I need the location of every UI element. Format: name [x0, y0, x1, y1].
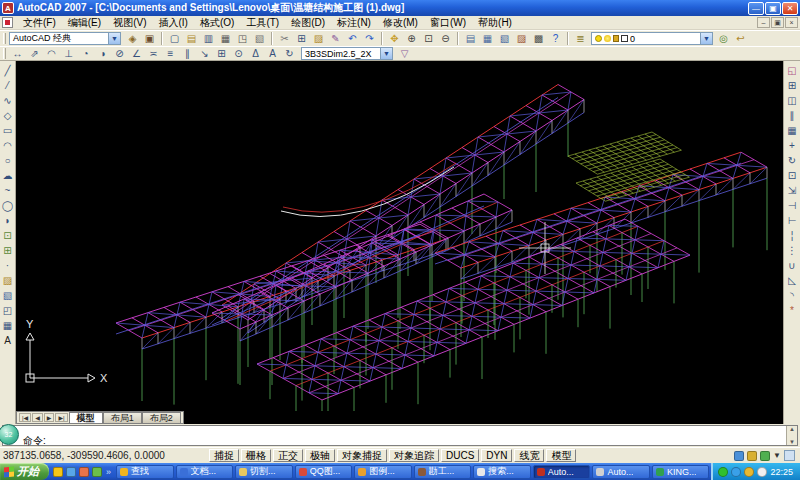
tab-layout2[interactable]: 布局2	[142, 412, 181, 423]
multiline-text-icon[interactable]: A	[0, 333, 15, 348]
cut-icon[interactable]: ✂	[276, 32, 293, 46]
task-autocad2[interactable]: Auto...	[592, 465, 650, 479]
restore-button[interactable]: ▣	[765, 2, 781, 15]
quick-leader-icon[interactable]: ↘	[196, 47, 213, 61]
layer-properties-icon[interactable]: ≣	[572, 32, 589, 46]
command-prompt[interactable]: 命令:	[3, 426, 786, 445]
menu-insert[interactable]: 插入(I)	[152, 16, 193, 30]
help-icon[interactable]: ?	[547, 32, 564, 46]
insert-block-icon[interactable]: ⊡	[0, 228, 15, 243]
make-block-icon[interactable]: ⊞	[0, 243, 15, 258]
copy-clip-icon[interactable]: ⊞	[293, 32, 310, 46]
tab-next-button[interactable]: ▶	[44, 413, 55, 422]
tab-first-button[interactable]: |◀	[19, 413, 31, 422]
status-snap-button[interactable]: 捕捉	[209, 449, 239, 462]
status-lineweight-button[interactable]: 线宽	[514, 449, 544, 462]
array-icon[interactable]: ▦	[785, 123, 800, 138]
workspace-combo[interactable]: AutoCAD 经典 ▼	[9, 32, 121, 45]
clean-screen-button[interactable]	[784, 450, 795, 461]
markup-set-manager-icon[interactable]: ▨	[513, 32, 530, 46]
publish-icon[interactable]: ▧	[251, 32, 268, 46]
menu-format[interactable]: 格式(O)	[194, 16, 240, 30]
toolbar-grip[interactable]	[3, 48, 6, 59]
table-icon[interactable]: ▦	[0, 318, 15, 333]
mdi-minimize-button[interactable]: –	[757, 17, 770, 28]
plot-icon[interactable]: ▦	[217, 32, 234, 46]
gradient-icon[interactable]: ▧	[0, 288, 15, 303]
task-folder-qiege[interactable]: 切割...	[235, 465, 293, 479]
line-icon[interactable]: ╱	[0, 63, 15, 78]
quick-launch-media-icon[interactable]	[92, 467, 102, 477]
baseline-dimension-icon[interactable]: ≡	[162, 47, 179, 61]
menu-modify[interactable]: 修改(M)	[377, 16, 424, 30]
rectangle-icon[interactable]: ▭	[0, 123, 15, 138]
hatch-icon[interactable]: ▨	[0, 273, 15, 288]
tab-model[interactable]: 模型	[69, 412, 103, 423]
save-icon[interactable]: ▥	[200, 32, 217, 46]
offset-icon[interactable]: ∥	[785, 108, 800, 123]
rotate-icon[interactable]: ↻	[785, 153, 800, 168]
status-tray-caret-icon[interactable]: ▼	[773, 451, 781, 460]
polyline-icon[interactable]: ∿	[0, 93, 15, 108]
task-sousuo[interactable]: 搜索...	[473, 465, 531, 479]
redo-icon[interactable]: ↷	[361, 32, 378, 46]
menu-window[interactable]: 窗口(W)	[424, 16, 472, 30]
tab-prev-button[interactable]: ◀	[32, 413, 43, 422]
tray-input-icon[interactable]	[757, 467, 767, 477]
status-model-button[interactable]: 模型	[546, 449, 576, 462]
task-qq-find[interactable]: 查找	[116, 465, 174, 479]
revision-cloud-icon[interactable]: ☁	[0, 168, 15, 183]
linear-dimension-icon[interactable]: ↔	[9, 47, 26, 61]
menu-file[interactable]: 文件(F)	[17, 16, 62, 30]
erase-icon[interactable]: ◱	[785, 63, 800, 78]
dimension-edit-icon[interactable]: Δ	[247, 47, 264, 61]
menu-edit[interactable]: 编辑(E)	[62, 16, 107, 30]
new-icon[interactable]: ▢	[166, 32, 183, 46]
status-annotation-icon[interactable]	[760, 451, 770, 461]
quick-launch-qq-icon[interactable]	[53, 467, 63, 477]
task-autocad[interactable]: Auto...	[533, 465, 591, 479]
layer-previous-icon[interactable]: ↩	[732, 32, 749, 46]
circle-icon[interactable]: ○	[0, 153, 15, 168]
dimension-text-edit-icon[interactable]: A	[264, 47, 281, 61]
tray-sync-icon[interactable]	[731, 467, 741, 477]
arc-length-dimension-icon[interactable]: ◠	[43, 47, 60, 61]
ellipse-icon[interactable]: ◯	[0, 198, 15, 213]
radius-dimension-icon[interactable]: ◔	[77, 47, 94, 61]
jogged-dimension-icon[interactable]: ◑	[94, 47, 111, 61]
chevron-down-icon[interactable]: ▼	[380, 48, 392, 59]
spline-icon[interactable]: ~	[0, 183, 15, 198]
task-kangong[interactable]: 勘工...	[414, 465, 472, 479]
center-mark-icon[interactable]: ⊙	[230, 47, 247, 61]
layer-combo[interactable]: 0 ▼	[591, 32, 713, 45]
toolbar-grip[interactable]	[3, 33, 6, 44]
menu-dimension[interactable]: 标注(N)	[331, 16, 377, 30]
chamfer-icon[interactable]: ◺	[785, 273, 800, 288]
drawing-canvas[interactable]: YX	[16, 61, 783, 411]
scale-icon[interactable]: ⊡	[785, 168, 800, 183]
tray-security-icon[interactable]	[718, 467, 728, 477]
explode-icon[interactable]: *	[785, 303, 800, 318]
ellipse-arc-icon[interactable]: ◗	[0, 213, 15, 228]
status-grid-button[interactable]: 栅格	[241, 449, 271, 462]
move-icon[interactable]: +	[785, 138, 800, 153]
quickcalc-icon[interactable]: ▩	[530, 32, 547, 46]
workspace-settings-icon[interactable]: ◈	[124, 32, 141, 46]
match-properties-icon[interactable]: ✎	[327, 32, 344, 46]
start-button[interactable]: 开始	[0, 463, 49, 480]
close-button[interactable]: ✕	[782, 2, 798, 15]
command-scrollbar[interactable]: ▲▼	[786, 426, 797, 445]
pan-icon[interactable]: ✥	[386, 32, 403, 46]
stretch-icon[interactable]: ⇲	[785, 183, 800, 198]
properties-palette-icon[interactable]: ▤	[462, 32, 479, 46]
extend-icon[interactable]: ⊢	[785, 213, 800, 228]
sheet-set-manager-icon[interactable]: ▧	[496, 32, 513, 46]
quick-launch-show-desktop-icon[interactable]	[66, 467, 76, 477]
break-icon[interactable]: ⋮	[785, 243, 800, 258]
arc-icon[interactable]: ◠	[0, 138, 15, 153]
dimension-update-icon[interactable]: ↻	[281, 47, 298, 61]
fillet-icon[interactable]: ◝	[785, 288, 800, 303]
coordinates-display[interactable]: 387135.0658, -309590.4606, 0.0000	[3, 450, 208, 461]
status-otrack-button[interactable]: 对象追踪	[389, 449, 439, 462]
dimension-style-icon[interactable]: ▽	[396, 47, 413, 61]
